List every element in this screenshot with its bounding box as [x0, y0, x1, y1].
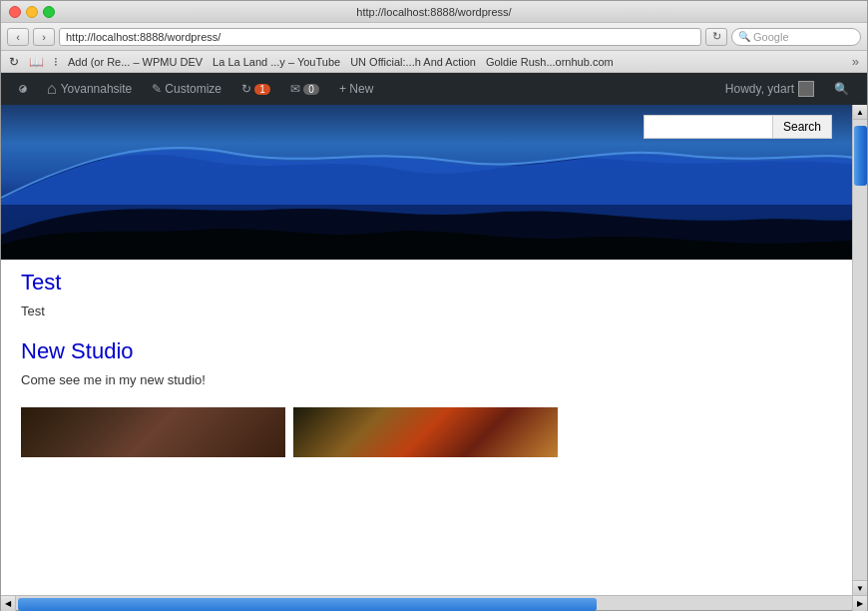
wordpress-icon [19, 80, 27, 98]
close-button[interactable] [9, 6, 21, 18]
bookmark-wpmu[interactable]: Add (or Re... – WPMU DEV [68, 56, 203, 68]
hero-search-button[interactable]: Search [773, 115, 832, 139]
wp-updates[interactable]: ↻ 1 [231, 73, 280, 105]
scroll-thumb[interactable] [854, 126, 867, 186]
new-label: + New [339, 82, 373, 96]
nav-bar: ‹ › http://localhost:8888/wordpress/ ↻ 🔍… [1, 23, 867, 51]
hero-search-input[interactable] [644, 115, 773, 139]
vertical-scrollbar: ▲ ▼ [852, 105, 867, 595]
content-area: Search Test Test New Studio Come see me … [1, 105, 867, 595]
bookmarks-more[interactable]: » [852, 54, 859, 69]
user-avatar [798, 81, 814, 97]
hero-search-area: Search [644, 115, 832, 139]
post-images [21, 407, 832, 457]
bookmark-youtube[interactable]: La La Land ...y – YouTube [213, 56, 340, 68]
browser-frame: http://localhost:8888/wordpress/ ‹ › htt… [0, 0, 868, 611]
wp-site-name[interactable]: ⌂ Yovannahsite [37, 73, 142, 105]
wp-admin-right: Howdy, ydart 🔍 [715, 73, 859, 105]
url-text: http://localhost:8888/wordpress/ [66, 31, 220, 43]
refresh-button[interactable]: ↻ [705, 28, 727, 46]
maximize-button[interactable] [43, 6, 55, 18]
post-image-1[interactable] [21, 407, 285, 457]
scroll-down-button[interactable]: ▼ [853, 580, 868, 595]
post-2-title[interactable]: New Studio [21, 338, 832, 364]
h-scroll-left-button[interactable]: ◀ [1, 596, 16, 611]
howdy-section[interactable]: Howdy, ydart [715, 73, 824, 105]
posts-area: Test Test New Studio Come see me in my n… [1, 260, 852, 467]
post-image-2[interactable] [293, 407, 558, 457]
h-scroll-right-button[interactable]: ▶ [852, 596, 867, 611]
horizontal-scrollbar: ◀ ▶ [1, 595, 867, 610]
url-bar[interactable]: http://localhost:8888/wordpress/ [59, 28, 701, 46]
window-title: http://localhost:8888/wordpress/ [356, 6, 511, 18]
wp-comments[interactable]: ✉ 0 [280, 73, 329, 105]
post-1-excerpt: Test [21, 304, 832, 318]
forward-button[interactable]: › [33, 28, 55, 46]
post-1: Test Test [21, 270, 832, 318]
page-content: Search Test Test New Studio Come see me … [1, 105, 852, 595]
post-2-excerpt: Come see me in my new studio! [21, 372, 832, 387]
post-1-title[interactable]: Test [21, 270, 832, 296]
grid-icon: ⁝ [54, 55, 58, 69]
minimize-button[interactable] [26, 6, 38, 18]
customize-label: Customize [165, 82, 221, 96]
h-scroll-thumb[interactable] [18, 598, 597, 611]
title-bar: http://localhost:8888/wordpress/ [1, 1, 867, 23]
bookmarks-bar: ↻ 📖 ⁝ Add (or Re... – WPMU DEV La La Lan… [1, 51, 867, 73]
wp-new[interactable]: + New [329, 73, 383, 105]
h-scroll-track[interactable] [16, 596, 852, 610]
scroll-track[interactable] [853, 120, 868, 580]
bookmark-goldie[interactable]: Goldie Rush...ornhub.com [486, 56, 614, 68]
post-2: New Studio Come see me in my new studio! [21, 338, 832, 457]
updates-count: 1 [254, 84, 270, 95]
search-icon: 🔍 [834, 82, 849, 96]
traffic-lights [9, 6, 55, 18]
wp-customize[interactable]: ✎ Customize [142, 73, 231, 105]
search-placeholder: Google [753, 31, 788, 43]
howdy-text: Howdy, ydart [725, 82, 794, 96]
wp-logo-button[interactable] [9, 73, 37, 105]
wp-admin-bar: ⌂ Yovannahsite ✎ Customize ↻ 1 ✉ 0 + New… [1, 73, 867, 105]
back-button[interactable]: ‹ [7, 28, 29, 46]
hero-image: Search [1, 105, 852, 260]
scroll-up-button[interactable]: ▲ [853, 105, 868, 120]
bookmark-un[interactable]: UN Official:...h And Action [350, 56, 476, 68]
reader-icon: 📖 [29, 55, 44, 69]
wp-search-button[interactable]: 🔍 [824, 73, 859, 105]
comments-count: 0 [303, 84, 319, 95]
site-name-text: Yovannahsite [61, 82, 133, 96]
bookmark-icon: ↻ [9, 55, 19, 69]
browser-search-input[interactable]: 🔍 Google [731, 28, 861, 46]
